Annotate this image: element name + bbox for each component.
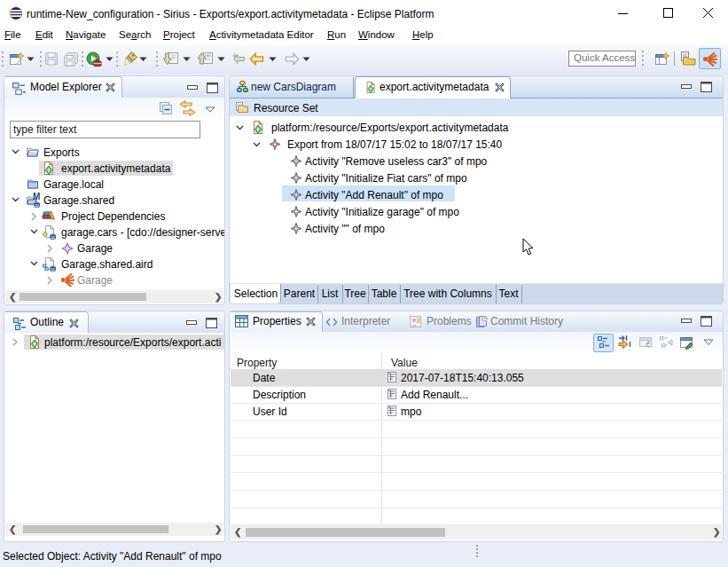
- svg-text:M: M: [33, 193, 40, 201]
